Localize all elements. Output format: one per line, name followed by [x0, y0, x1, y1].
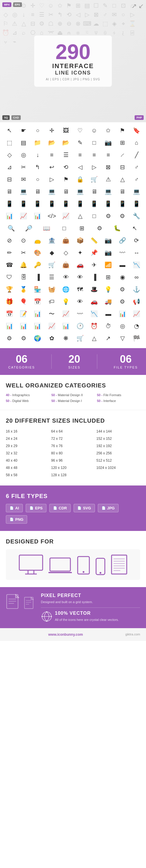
categories-grid: 40 - Infographics 50 - Material Design I… — [6, 393, 140, 403]
category-item: 50 - Digital Web — [6, 399, 49, 403]
size-item: 512 x 512 — [96, 458, 140, 463]
product-type: LINE ICONS — [46, 70, 100, 76]
triangle-icon: ⊿ — [4, 162, 15, 172]
png-label: PNG — [15, 517, 23, 522]
eps-file-icon: 📄 — [29, 506, 33, 510]
screen-icon: 🖥 — [89, 186, 100, 197]
icon-row: ⊿ ✂ ↰ ↩ ⟲ ◁ ▷ ⊠ ⊟ ♂ — [2, 162, 144, 172]
laptop5-icon: 💻 — [103, 186, 114, 197]
cog-icon: ⚙ — [94, 223, 105, 234]
category-count: 40 - — [6, 393, 11, 397]
barchart3-icon: 📊 — [32, 321, 43, 331]
categories-section: WELL ORGANIZED CATEGORIES 40 - Infograph… — [0, 375, 146, 410]
layout-icon: ⊞ — [103, 272, 114, 282]
svg-rect-4 — [50, 558, 70, 571]
size-item: 24 x 24 — [6, 436, 50, 441]
category-item: 50 - Material Design I — [51, 399, 95, 403]
grid-icon: ⊞ — [117, 137, 128, 148]
list4-icon: ≡ — [103, 150, 114, 160]
anchor-icon: ⚓ — [131, 284, 142, 294]
ft-badge-svg: 📄 SVG — [74, 504, 95, 512]
arrow3-icon: ↗ — [103, 333, 114, 343]
badge-cad: CAD — [11, 115, 21, 120]
crosshair-icon: ✛ — [46, 125, 57, 136]
bars-icon: ▬ — [117, 260, 128, 270]
arrow2-icon: ↔ — [131, 247, 142, 258]
folder-open-icon: 📂 — [61, 137, 71, 148]
truck-icon: 🚚 — [103, 296, 114, 307]
vector-text-block: 100% VECTOR All of the icons here are cr… — [55, 611, 119, 622]
key-icon: 🔑 — [32, 260, 43, 270]
ruler-icon: 📏 — [89, 235, 100, 246]
device-phone — [95, 557, 106, 576]
tablet3-icon: 📱 — [75, 198, 85, 209]
device-monitor — [18, 554, 44, 576]
footer-url: www.iconbunny.com — [48, 632, 83, 637]
size-item: 128 x 128 — [51, 472, 95, 478]
barchart-icon: 📊 — [4, 321, 15, 331]
pin-icon: ⚑ — [61, 174, 71, 185]
diamond2-icon: ◆ — [46, 247, 57, 258]
heart-icon: ♡ — [75, 125, 85, 136]
note-icon: 📝 — [18, 309, 29, 319]
stat-divider — [97, 354, 97, 369]
redo-icon: ⟳ — [131, 235, 142, 246]
categories-title: WELL ORGANIZED CATEGORIES — [6, 382, 140, 389]
phone-icon: 📱 — [4, 198, 15, 209]
triangle3-icon: △ — [75, 211, 85, 221]
graph2-icon: 📊 — [32, 211, 43, 221]
file-types-title: 6 FILE TYPES — [6, 493, 140, 499]
category-count: 50 - — [97, 393, 102, 397]
clock2-icon: 🕐 — [75, 321, 85, 331]
size-item: 48 x 48 — [6, 465, 50, 471]
pixel-info: PIXEL PERFECT Designed and built on a gr… — [41, 593, 140, 622]
house-icon: ⌂ — [131, 137, 142, 148]
linechart-icon: 📈 — [131, 309, 142, 319]
pixel-perfect-text: Designed and built on a grid system. — [41, 600, 140, 604]
medal-icon: 🥇 — [18, 284, 29, 294]
sizes-label: SIZES — [68, 366, 80, 369]
sizes-section: 20 DIFFERENT SIZES INCLUDED 16 x 16 64 x… — [0, 410, 146, 486]
diamond3-icon: ◇ — [61, 247, 71, 258]
no-icon: ⊘ — [4, 235, 15, 246]
smiley-icon: ☺ — [89, 125, 100, 136]
icon-row: ⚙ ⚙ 🌍 ✿ ❋ 🛒 △ ↗ ▽ 🏁 — [2, 333, 144, 343]
category-count: 50 - — [6, 399, 11, 403]
icon-row: 📊 📊 📊 📈 📊 🕐 ⏰ ⏱ ◎ ◔ — [2, 321, 144, 331]
file-types-number: 06 — [114, 354, 138, 365]
tablet2-icon: 📱 — [46, 198, 57, 209]
tablet4-icon: 📱 — [103, 198, 114, 209]
arrow-icon: ↗ — [131, 2, 137, 10]
computer-icon: 🖥 — [4, 186, 15, 197]
wave3-icon: 〰 — [75, 309, 85, 319]
window-icon: ⊞ — [76, 223, 87, 234]
pin2-icon: 📌 — [89, 247, 100, 258]
icon-row: ✏ ✂ 🎨 ◆ ◇ ✦ 📌 📷 〰 ↔ — [2, 247, 144, 258]
code-icon: </> — [46, 211, 57, 221]
menu-icon: ≡ — [46, 150, 57, 160]
triangle4-icon: △ — [89, 333, 100, 343]
person-icon: ♂ — [131, 174, 142, 185]
svg-point-31 — [42, 616, 43, 617]
size-item: 72 x 72 — [51, 436, 95, 441]
book-icon: 📖 — [41, 223, 52, 234]
badge-php: PHP — [135, 115, 144, 120]
cdr-file-icon: 📄 — [53, 506, 57, 510]
layers-icon: ⬚ — [4, 137, 15, 148]
refresh-icon: ⟲ — [61, 162, 71, 172]
size-item: 80 x 80 — [51, 450, 95, 456]
icon-row: 📱 📱 📱 📱 📱 📱 📱 📱 📱 📱 — [2, 198, 144, 209]
cart3-icon: 🛒 — [75, 333, 85, 343]
bug-icon: 🐛 — [112, 223, 122, 234]
file-types-label: FILE TYPES — [114, 366, 138, 369]
edit-folder-icon: 📂 — [46, 137, 57, 148]
icon-row: ⬚ ▤ 📁 📂 📂 ✎ □ 📷 ⊞ ⌂ — [2, 137, 144, 148]
arrow-left-icon: ↙ — [139, 2, 144, 10]
star-icon: ✩ — [103, 125, 114, 136]
basket-icon: 🧺 — [46, 284, 57, 294]
laptop6-icon: 💻 — [131, 186, 142, 197]
category-item: 40 - Infographics — [6, 393, 49, 397]
wave-icon: 〰 — [117, 247, 128, 258]
barchart4-icon: 📊 — [61, 321, 71, 331]
camera2-icon: 📷 — [103, 235, 114, 246]
